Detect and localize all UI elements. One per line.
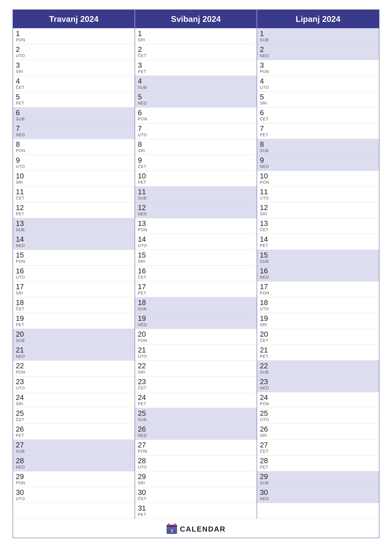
day-name: UTO [260,196,376,201]
day-cell: 14PET [257,234,379,250]
day-name: PET [16,101,132,106]
day-name: SRI [260,101,376,106]
day-name: PET [260,243,376,248]
day-name: SRI [16,180,132,185]
day-cell: 21PET [257,345,379,360]
day-number: 16 [260,267,376,275]
day-name: PON [16,481,132,485]
day-number: 25 [16,410,132,417]
day-name: PON [260,401,376,406]
day-name: PON [16,148,132,153]
day-cell: 17PON [257,281,379,297]
day-cell: 25SUB [135,408,257,424]
day-cell: 5PET [13,91,135,107]
day-name: PON [260,291,376,296]
day-number: 22 [16,362,132,369]
day-cell: 1SRI [135,28,257,44]
day-number: 27 [138,441,254,449]
day-number: 10 [16,172,132,180]
day-cell: 26SRI [257,424,379,439]
day-number: 6 [260,109,376,116]
day-number: 3 [16,62,132,69]
day-cell: 18ČET [13,297,135,313]
svg-rect-3 [174,524,176,526]
day-cell: 29PON [13,471,135,487]
day-cell: 22PON [13,360,135,376]
day-name: SUB [138,85,254,90]
day-name: ČET [138,275,254,280]
footer-row: 7 CALENDAR [13,518,379,538]
day-name: NED [260,164,376,169]
day-number: 3 [138,62,254,69]
day-name: ČET [16,85,132,90]
day-cell: 8PON [13,139,135,155]
day-number: 9 [260,156,376,164]
day-cell: 10PON [257,171,379,186]
day-number: 25 [260,410,376,417]
day-number: 1 [260,30,376,37]
day-number: 11 [260,188,376,195]
day-cell: 6PON [135,107,257,123]
day-cell: 7PET [257,123,379,139]
day-cell: 5NED [135,91,257,107]
day-number: 8 [16,141,132,148]
day-cell: 3PET [135,60,257,76]
day-cell: 23NED [257,376,379,392]
day-number: 20 [16,330,132,338]
day-number: 16 [16,267,132,275]
day-name: SRI [260,433,376,438]
day-cell: 7NED [13,123,135,139]
day-number: 17 [260,283,376,290]
day-cell: 11SUB [135,186,257,202]
day-cell: 12NED [135,202,257,218]
day-number: 4 [138,77,254,85]
day-number: 1 [16,30,132,37]
day-cell: 18SUB [135,297,257,313]
day-cell: 20PON [135,329,257,345]
day-name: UTO [138,465,254,470]
day-number: 24 [138,394,254,401]
day-name: ČET [138,53,254,58]
day-cell: 14UTO [135,234,257,250]
header-row: Travanj 2024 Svibanj 2024 Lipanj 2024 [13,10,379,28]
day-number: 20 [138,330,254,338]
day-number: 11 [138,188,254,195]
day-name: UTO [16,496,132,501]
day-name: NED [138,212,254,216]
day-number: 13 [138,220,254,227]
day-cell: 31PET [135,503,257,518]
day-name: ČET [16,417,132,422]
day-name: ČET [260,449,376,454]
day-cell: 24PON [257,392,379,408]
day-number: 1 [138,30,254,37]
day-number: 2 [16,46,132,53]
day-cell: 27SUB [13,439,135,455]
day-number: 6 [138,109,254,116]
day-name: SRI [138,37,254,42]
day-cell: 1PON [13,28,135,44]
day-name: PON [138,449,254,454]
day-name: ČET [260,117,376,122]
day-number: 12 [260,204,376,211]
day-name: PET [138,69,254,74]
day-number: 8 [260,141,376,148]
day-number: 17 [138,283,254,290]
day-name: UTO [138,354,254,359]
day-number: 12 [138,204,254,211]
day-cell: 26NED [135,424,257,439]
day-number: 2 [138,46,254,53]
day-cell: 18UTO [257,297,379,313]
day-number: 18 [260,299,376,306]
day-number: 23 [138,378,254,385]
day-name: SUB [260,259,376,264]
day-name: SUB [16,449,132,454]
day-number: 21 [260,346,376,354]
month-header-lipanj: Lipanj 2024 [257,10,379,28]
day-number: 30 [260,489,376,496]
day-number: 26 [138,425,254,433]
day-cell: 10SRI [13,171,135,186]
day-name: SRI [16,401,132,406]
day-number: 10 [260,172,376,180]
day-name: ČET [138,386,254,390]
day-number: 23 [260,378,376,385]
